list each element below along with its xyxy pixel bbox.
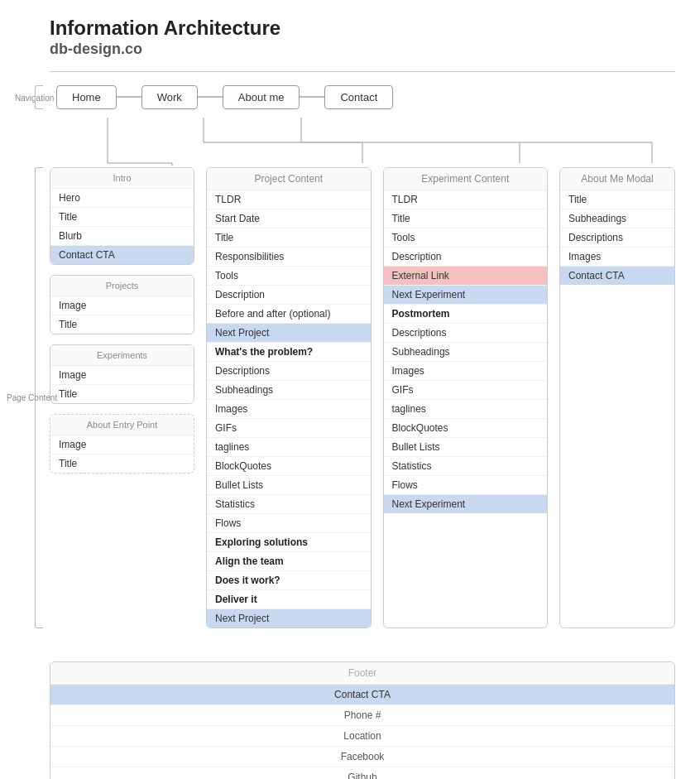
pc-taglines: taglines — [207, 438, 371, 457]
pc-bullet-lists: Bullet Lists — [207, 476, 371, 495]
page-wrapper: Information Architecture db-design.co Na… — [0, 0, 700, 779]
footer-location: Location — [50, 726, 674, 747]
left-column: Intro Hero Title Blurb Contact CTA Proje… — [50, 167, 194, 628]
nav-nodes-row: Home Work About me Contact — [50, 85, 675, 109]
about-entry-item-image: Image — [50, 435, 194, 454]
pc-next-project-1: Next Project — [207, 324, 371, 343]
about-entry-card: About Entry Point Image Title — [50, 414, 194, 474]
main-layout: Page Content Intro Hero Title Blurb Cont… — [50, 167, 675, 628]
ec-blockquotes: BlockQuotes — [384, 419, 548, 438]
title-divider — [50, 71, 675, 72]
about-me-modal-card: About Me Modal Title Subheadings Descrip… — [559, 167, 675, 628]
nav-home[interactable]: Home — [56, 85, 117, 109]
footer-github: Github — [50, 767, 674, 779]
pc-description: Description — [207, 286, 371, 305]
intro-item-title: Title — [50, 208, 194, 227]
intro-header: Intro — [50, 168, 194, 189]
pc-gifs: GIFs — [207, 419, 371, 438]
page-content-label: Page Content — [7, 393, 57, 402]
experiments-header: Experiments — [50, 345, 194, 366]
intro-item-hero: Hero — [50, 189, 194, 208]
nav-connector-1 — [117, 96, 141, 98]
tree-lines-svg — [56, 118, 700, 167]
pc-statistics: Statistics — [207, 495, 371, 514]
project-content-header: Project Content — [207, 168, 371, 190]
nav-home-container: Home — [56, 85, 117, 109]
pc-before-after: Before and after (optional) — [207, 305, 371, 324]
ec-subheadings: Subheadings — [384, 343, 548, 362]
ec-gifs: GIFs — [384, 381, 548, 400]
ec-next-experiment-2: Next Experiment — [384, 495, 548, 513]
page-title: Information Architecture — [50, 17, 675, 41]
intro-card: Intro Hero Title Blurb Contact CTA — [50, 167, 194, 265]
am-images: Images — [560, 248, 674, 267]
footer-phone: Phone # — [50, 705, 674, 726]
project-content-card: Project Content TLDR Start Date Title Re… — [206, 167, 372, 628]
pc-blockquotes: BlockQuotes — [207, 457, 371, 476]
ec-statistics: Statistics — [384, 457, 548, 476]
pc-tldr: TLDR — [207, 190, 371, 209]
projects-header: Projects — [50, 276, 194, 296]
experiment-content-card: Experiment Content TLDR Title Tools Desc… — [383, 167, 549, 628]
pc-title: Title — [207, 228, 371, 248]
intro-item-cta: Contact CTA — [50, 246, 194, 264]
ec-tldr: TLDR — [384, 190, 548, 209]
ec-title: Title — [384, 209, 548, 228]
am-descriptions: Descriptions — [560, 228, 674, 248]
nav-contact[interactable]: Contact — [324, 85, 393, 109]
projects-card: Projects Image Title — [50, 275, 194, 334]
ec-external-link: External Link — [384, 267, 548, 286]
nav-area: Navigation Home Work About me Contact — [50, 85, 675, 109]
pc-next-project-2: Next Project — [207, 609, 371, 628]
ec-next-experiment-1: Next Experiment — [384, 286, 548, 305]
about-entry-item-title: Title — [50, 454, 194, 473]
nav-connector-2 — [198, 96, 223, 98]
ec-images: Images — [384, 362, 548, 381]
am-contact-cta: Contact CTA — [560, 267, 674, 285]
ec-descriptions: Descriptions — [384, 324, 548, 343]
nav-bracket — [35, 85, 43, 109]
footer-facebook: Facebook — [50, 747, 674, 767]
pc-images: Images — [207, 400, 371, 419]
intro-item-blurb: Blurb — [50, 227, 194, 246]
nav-work[interactable]: Work — [141, 85, 198, 109]
projects-item-image: Image — [50, 296, 194, 315]
ec-bullet-lists: Bullet Lists — [384, 438, 548, 457]
pc-flows: Flows — [207, 514, 371, 533]
pc-tools: Tools — [207, 267, 371, 286]
ec-flows: Flows — [384, 476, 548, 495]
am-title: Title — [560, 190, 674, 209]
pc-responsibilities: Responsibilities — [207, 248, 371, 267]
nav-connector-3 — [300, 96, 324, 98]
about-me-header: About Me Modal — [560, 168, 674, 190]
footer-contact-cta: Contact CTA — [50, 685, 674, 705]
pc-start-date: Start Date — [207, 209, 371, 228]
pc-deliver: Deliver it — [207, 590, 371, 609]
pc-subheadings: Subheadings — [207, 381, 371, 400]
pc-exploring: Exploring solutions — [207, 533, 371, 552]
pc-align: Align the team — [207, 552, 371, 571]
pc-descriptions: Descriptions — [207, 362, 371, 381]
experiment-content-header: Experiment Content — [384, 168, 548, 190]
footer-header: Footer — [50, 662, 674, 685]
pc-whats-problem: What's the problem? — [207, 343, 371, 362]
ec-postmortem: Postmortem — [384, 305, 548, 324]
experiments-card: Experiments Image Title — [50, 344, 194, 404]
ec-tools: Tools — [384, 228, 548, 248]
pc-does-it-work: Does it work? — [207, 571, 371, 590]
experiments-item-title: Title — [50, 385, 194, 403]
am-subheadings: Subheadings — [560, 209, 674, 228]
projects-item-title: Title — [50, 315, 194, 334]
experiments-item-image: Image — [50, 366, 194, 385]
ec-taglines: taglines — [384, 400, 548, 419]
nav-about[interactable]: About me — [223, 85, 300, 109]
ec-description: Description — [384, 248, 548, 267]
about-entry-header: About Entry Point — [50, 415, 194, 435]
page-subtitle: db-design.co — [50, 41, 675, 58]
footer-section: Footer Contact CTA Phone # Location Face… — [50, 661, 675, 779]
right-columns: Project Content TLDR Start Date Title Re… — [206, 167, 675, 628]
